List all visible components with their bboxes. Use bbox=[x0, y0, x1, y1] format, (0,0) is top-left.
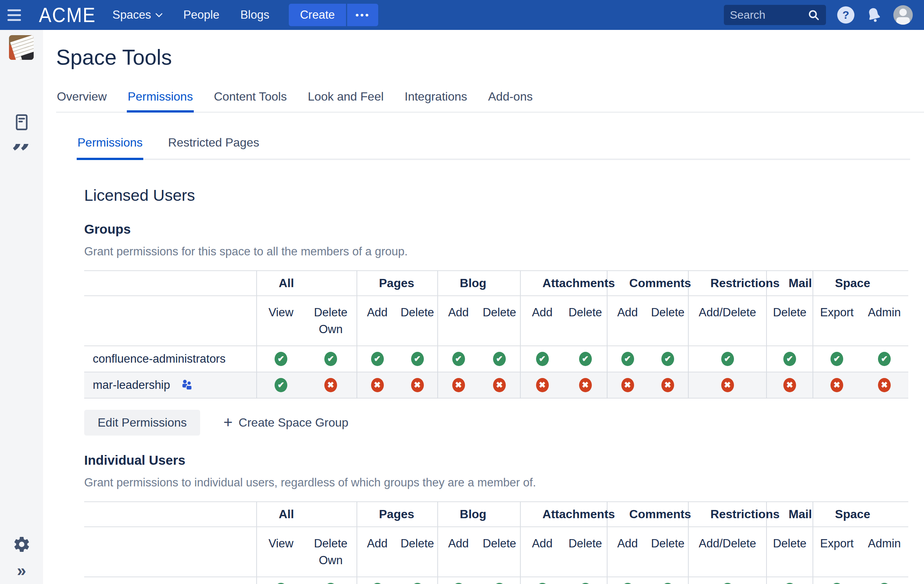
permission-denied-icon: ✖ bbox=[607, 372, 648, 398]
permission-granted-icon: ✔ bbox=[438, 346, 479, 372]
column-group-pages: Pages bbox=[357, 271, 438, 296]
column-all-delete-own: Delete Own bbox=[305, 296, 357, 346]
subtab-permissions[interactable]: Permissions bbox=[77, 134, 143, 158]
permission-granted-icon: ✔ bbox=[305, 346, 357, 372]
more-actions-button[interactable]: ••• bbox=[346, 4, 378, 26]
column-attachments-delete: Delete bbox=[564, 527, 607, 577]
column-mail-delete: Delete bbox=[767, 296, 813, 346]
permission-granted-icon: ✔ bbox=[648, 346, 688, 372]
permission-granted-icon: ✔ bbox=[688, 346, 767, 372]
column-all-view: View bbox=[257, 296, 305, 346]
space-settings-gear-icon[interactable] bbox=[0, 535, 43, 553]
nav-right-cluster: ? bbox=[724, 5, 924, 25]
groups-permissions-table: AllPagesBlogAttachmentsCommentsRestricti… bbox=[84, 270, 908, 398]
main-content: Space Tools OverviewPermissionsContent T… bbox=[43, 30, 924, 584]
search-input[interactable] bbox=[730, 8, 807, 21]
permission-denied-icon: ✖ bbox=[479, 372, 520, 398]
page-title: Space Tools bbox=[56, 45, 924, 69]
groups-heading: Groups bbox=[84, 222, 908, 237]
space-tools-tabs: OverviewPermissionsContent ToolsLook and… bbox=[56, 84, 924, 112]
column-space-admin: Admin bbox=[860, 527, 908, 577]
search-icon bbox=[807, 8, 820, 21]
create-button[interactable]: Create bbox=[289, 4, 346, 26]
top-navigation-bar: ACME SpacesPeopleBlogs Create ••• ? bbox=[0, 0, 924, 30]
permission-granted-icon: ✔ bbox=[860, 577, 908, 584]
permission-granted-icon: ✔ bbox=[648, 577, 688, 584]
create-button-group: Create ••• bbox=[289, 4, 378, 26]
tab-permissions[interactable]: Permissions bbox=[127, 84, 193, 112]
permission-granted-icon: ✔ bbox=[860, 346, 908, 372]
user-avatar[interactable] bbox=[893, 5, 913, 25]
notifications-bell-icon[interactable] bbox=[864, 5, 884, 25]
column-group-restrictions: Restrictions bbox=[688, 271, 767, 296]
permission-granted-icon: ✔ bbox=[438, 577, 479, 584]
permission-denied-icon: ✖ bbox=[564, 372, 607, 398]
row-label-subheader bbox=[84, 527, 257, 577]
column-all-delete-own: Delete Own bbox=[305, 527, 357, 577]
column-group-blog: Blog bbox=[438, 271, 520, 296]
permission-granted-icon: ✔ bbox=[257, 346, 305, 372]
permission-granted-icon: ✔ bbox=[357, 577, 397, 584]
row-label: confluence-administrators bbox=[84, 346, 257, 372]
permission-granted-icon: ✔ bbox=[607, 346, 648, 372]
column-pages-add: Add bbox=[357, 527, 397, 577]
tab-content-tools[interactable]: Content Tools bbox=[213, 84, 288, 112]
column-group-comments: Comments bbox=[607, 271, 688, 296]
column-group-attachments: Attachments bbox=[520, 271, 607, 296]
quotes-icon[interactable]: ” bbox=[0, 144, 43, 165]
permission-denied-icon: ✖ bbox=[357, 372, 397, 398]
create-space-group-label: Create Space Group bbox=[239, 416, 349, 429]
help-icon[interactable]: ? bbox=[837, 7, 855, 23]
column-mail-delete: Delete bbox=[767, 527, 813, 577]
nav-item-people[interactable]: People bbox=[183, 8, 219, 22]
brand-logo[interactable]: ACME bbox=[39, 3, 96, 27]
nav-item-blogs[interactable]: Blogs bbox=[240, 8, 269, 22]
permission-denied-icon: ✖ bbox=[520, 372, 564, 398]
permission-granted-icon: ✔ bbox=[397, 346, 438, 372]
column-pages-delete: Delete bbox=[397, 296, 438, 346]
space-logo-image[interactable] bbox=[9, 35, 34, 60]
permission-denied-icon: ✖ bbox=[305, 372, 357, 398]
nav-item-label: People bbox=[183, 8, 219, 22]
tab-add-ons[interactable]: Add-ons bbox=[487, 84, 533, 112]
permission-granted-icon: ✔ bbox=[813, 346, 860, 372]
permission-denied-icon: ✖ bbox=[688, 372, 767, 398]
permission-denied-icon: ✖ bbox=[438, 372, 479, 398]
tab-overview[interactable]: Overview bbox=[56, 84, 107, 112]
space-sidebar: ” » bbox=[0, 30, 43, 584]
column-group-all: All bbox=[257, 271, 357, 296]
permission-granted-icon: ✔ bbox=[607, 577, 648, 584]
column-group-comments: Comments bbox=[607, 502, 688, 527]
permission-granted-icon: ✔ bbox=[767, 577, 813, 584]
column-attachments-add: Add bbox=[520, 527, 564, 577]
column-comments-add: Add bbox=[607, 296, 648, 346]
tab-integrations[interactable]: Integrations bbox=[404, 84, 468, 112]
permission-granted-icon: ✔ bbox=[257, 577, 305, 584]
row-label-subheader bbox=[84, 296, 257, 346]
column-group-space: Space bbox=[813, 502, 908, 527]
column-attachments-add: Add bbox=[520, 296, 564, 346]
permission-denied-icon: ✖ bbox=[767, 372, 813, 398]
expand-sidebar-icon[interactable]: » bbox=[0, 563, 43, 578]
table-row: mar-leadership✔✖✖✖✖✖✖✖✖✖✖✖✖✖ bbox=[84, 372, 908, 398]
create-space-group-link[interactable]: + Create Space Group bbox=[223, 416, 348, 429]
subtab-restricted-pages[interactable]: Restricted Pages bbox=[167, 134, 260, 158]
row-label-column-header bbox=[84, 271, 257, 296]
pages-icon[interactable] bbox=[0, 113, 43, 132]
column-blog-add: Add bbox=[438, 527, 479, 577]
permission-granted-icon: ✔ bbox=[564, 346, 607, 372]
column-comments-delete: Delete bbox=[648, 296, 688, 346]
permission-denied-icon: ✖ bbox=[648, 372, 688, 398]
column-pages-add: Add bbox=[357, 296, 397, 346]
edit-permissions-button[interactable]: Edit Permissions bbox=[84, 410, 200, 436]
individual-users-heading: Individual Users bbox=[84, 453, 908, 468]
search-box[interactable] bbox=[724, 5, 826, 25]
hamburger-menu-icon[interactable] bbox=[0, 0, 28, 30]
nav-item-spaces[interactable]: Spaces bbox=[112, 8, 162, 22]
nav-item-label: Blogs bbox=[240, 8, 269, 22]
column-group-blog: Blog bbox=[438, 502, 520, 527]
tab-look-and-feel[interactable]: Look and Feel bbox=[307, 84, 384, 112]
column-restrictions-add-delete: Add/Delete bbox=[688, 296, 767, 346]
permission-granted-icon: ✔ bbox=[305, 577, 357, 584]
permission-granted-icon: ✔ bbox=[520, 577, 564, 584]
